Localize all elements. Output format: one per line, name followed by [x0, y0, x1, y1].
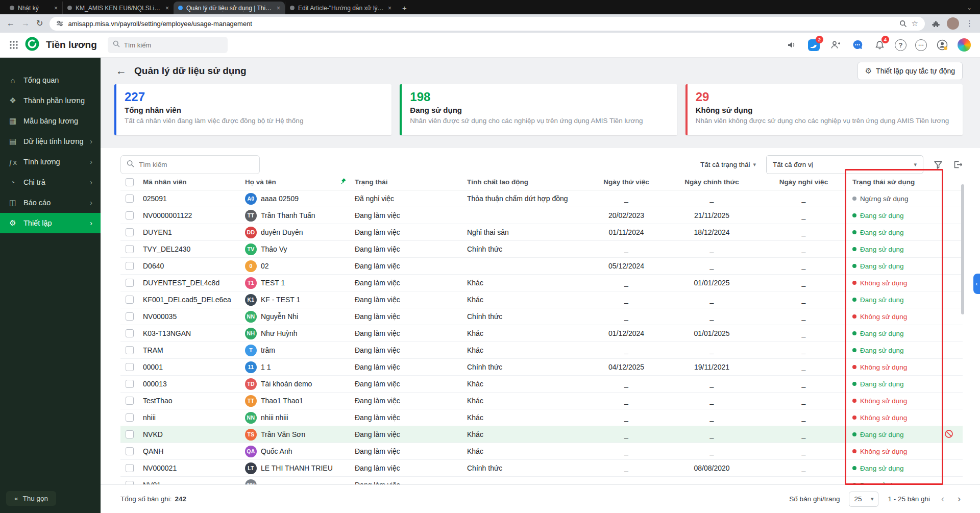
column-header[interactable]: Mã nhân viên	[139, 178, 241, 186]
global-search-input[interactable]	[124, 41, 223, 49]
table-row[interactable]: DUYENTEST_DEL4c8dT1TEST 1Đang làm việcKh…	[120, 275, 963, 291]
pin-icon[interactable]	[339, 178, 347, 186]
ban-icon[interactable]	[944, 432, 953, 440]
bell-icon[interactable]: 4	[873, 38, 886, 52]
table-row[interactable]: NV0000001122TTTrần Thanh TuấnĐang làm vi…	[120, 207, 963, 224]
row-checkbox[interactable]	[126, 397, 134, 405]
table-row[interactable]: NV000021LTLE THI THANH TRIEUĐang làm việ…	[120, 460, 963, 477]
row-checkbox[interactable]	[126, 346, 134, 354]
sidebar-item-pay[interactable]: ◔Chi trả›	[0, 172, 101, 192]
row-checkbox[interactable]	[126, 194, 134, 203]
ava-assistant-icon[interactable]	[958, 38, 971, 52]
url-input[interactable]	[68, 20, 894, 28]
sidebar-item-report[interactable]: ◫Báo cáo›	[0, 192, 101, 213]
more-icon[interactable]: ⋯	[915, 39, 927, 51]
back-icon[interactable]: ←	[7, 19, 15, 28]
auto-rule-settings-button[interactable]: ⚙ Thiết lập quy tắc tự động	[857, 62, 963, 80]
expand-panel-tab[interactable]: ‹	[973, 274, 980, 294]
table-row[interactable]: QANHQAQuốc AnhĐang làm việcKhác___Không …	[120, 443, 963, 460]
row-checkbox[interactable]	[126, 312, 134, 321]
sidebar-item-template[interactable]: ▦Mẫu bảng lương	[0, 111, 101, 131]
row-checkbox[interactable]	[126, 296, 134, 304]
table-row[interactable]: TestThaoTTThao1 Thao1Đang làm việcKhác__…	[120, 393, 963, 409]
table-search-input[interactable]	[139, 161, 254, 168]
tab-close-icon[interactable]: ×	[277, 5, 280, 12]
table-row[interactable]: NV01NVĐang làm việcĐang sử dụng	[120, 477, 963, 484]
sidebar-collapse-button[interactable]: « Thu gọn	[6, 491, 56, 506]
bookmark-star-icon[interactable]: ☆	[912, 19, 918, 28]
megaphone-icon[interactable]	[785, 38, 798, 52]
table-row[interactable]: nhiiiNNnhiii nhiiiĐang làm việcKhác___Kh…	[120, 409, 963, 426]
browser-profile-avatar[interactable]	[947, 17, 959, 30]
app-launcher-icon[interactable]	[9, 40, 18, 50]
table-search[interactable]	[120, 155, 260, 174]
row-checkbox[interactable]	[126, 481, 134, 484]
forward-icon[interactable]: →	[21, 19, 30, 28]
table-row[interactable]: 00001111 1Đang làm việcChính thức04/12/2…	[120, 359, 963, 376]
filter-funnel-icon[interactable]	[934, 160, 943, 169]
table-row[interactable]: K03-T13NGANNHNhư HuỳnhĐang làm việcKhác0…	[120, 325, 963, 342]
row-checkbox[interactable]	[126, 279, 134, 287]
help-icon[interactable]: ?	[895, 39, 906, 51]
global-search[interactable]	[108, 37, 228, 53]
new-tab-button[interactable]: +	[396, 4, 413, 14]
zoom-icon[interactable]	[899, 20, 907, 28]
column-header[interactable]: Trạng thái sử dụng	[848, 178, 940, 186]
status-filter-dropdown[interactable]: Tất cả trạng thái ▾	[700, 161, 756, 168]
table-row[interactable]: D0640002Đang làm việc05/12/2024__Đang sử…	[120, 258, 963, 275]
browser-tab[interactable]: Nhật ký×	[5, 2, 62, 14]
browser-tab[interactable]: Quản lý dữ liệu sử dụng | Thiết...×	[174, 2, 285, 14]
row-checkbox[interactable]	[126, 228, 134, 236]
column-header[interactable]: Tính chất lao động	[463, 178, 588, 186]
add-user-icon[interactable]	[829, 38, 842, 52]
per-page-dropdown[interactable]: 25 ▾	[849, 492, 878, 507]
table-row[interactable]: 025091A0aaaa 02509Đã nghỉ việcThỏa thuận…	[120, 190, 963, 207]
tab-close-icon[interactable]: ×	[54, 5, 58, 12]
chat-icon[interactable]	[851, 38, 864, 52]
row-checkbox[interactable]	[126, 413, 134, 422]
next-page-icon[interactable]: ›	[955, 494, 963, 504]
prev-page-icon[interactable]: ‹	[939, 494, 946, 504]
column-header[interactable]: Ngày chính thức	[665, 178, 759, 186]
bird-app-icon[interactable]: 2	[807, 38, 820, 52]
account-badge-icon[interactable]	[936, 38, 949, 52]
table-row[interactable]: TVY_DEL2430TVThảo VyĐang làm việcChính t…	[120, 241, 963, 258]
column-header[interactable]: Ngày thử việc	[588, 178, 665, 186]
row-checkbox[interactable]	[126, 430, 134, 438]
table-scrollbar-thumb[interactable]	[961, 184, 964, 314]
row-checkbox[interactable]	[126, 245, 134, 253]
select-all-checkbox[interactable]	[126, 178, 134, 186]
sidebar-item-settings[interactable]: ⚙Thiết lập›	[0, 213, 101, 233]
table-row[interactable]: KF001_DELcad5_DELe6eaK1KF - TEST 1Đang l…	[120, 291, 963, 308]
row-checkbox[interactable]	[126, 262, 134, 270]
export-icon[interactable]	[953, 160, 963, 169]
row-checkbox[interactable]	[126, 380, 134, 388]
back-button[interactable]: ←	[116, 65, 127, 77]
site-settings-icon[interactable]	[56, 20, 63, 27]
omnibox[interactable]: ☆	[50, 17, 925, 31]
table-row[interactable]: NV000035NNNguyễn NhiĐang làm việcChính t…	[120, 308, 963, 325]
table-row[interactable]: TRAMTtrâmĐang làm việcKhác___Đang sử dụn…	[120, 342, 963, 359]
tab-search-icon[interactable]: ⌄	[959, 4, 980, 14]
unit-filter-dropdown[interactable]: Tất cả đơn vị ▾	[766, 155, 923, 174]
extensions-icon[interactable]	[932, 19, 940, 28]
sidebar-item-home[interactable]: ⌂Tổng quan	[0, 70, 101, 90]
table-row[interactable]: DUYEN1DDduyên DuyênĐang làm việcNghỉ tha…	[120, 224, 963, 241]
browser-tab[interactable]: KM_AMIS KEN EU6/NQLSLiwU...×	[62, 2, 174, 14]
table-row[interactable]: NVKDTSTrần Văn SơnĐang làm việcKhác___Đa…	[120, 426, 963, 443]
row-checkbox[interactable]	[126, 329, 134, 337]
column-header[interactable]: Họ và tên	[241, 178, 351, 186]
sidebar-item-component[interactable]: ❖Thành phần lương	[0, 90, 101, 111]
browser-menu-icon[interactable]: ⋮	[966, 19, 973, 28]
reload-icon[interactable]: ↻	[36, 19, 43, 28]
row-checkbox[interactable]	[126, 464, 134, 472]
row-checkbox[interactable]	[126, 363, 134, 371]
tab-close-icon[interactable]: ×	[388, 5, 391, 12]
browser-tab[interactable]: Edit Article-"Hướng dẫn xử lý..."×	[285, 2, 396, 14]
table-row[interactable]: 000013TDTài khoản demoĐang làm việcKhác_…	[120, 376, 963, 393]
row-checkbox[interactable]	[126, 211, 134, 219]
row-checkbox[interactable]	[126, 447, 134, 455]
sidebar-item-data[interactable]: ▤Dữ liệu tính lương›	[0, 131, 101, 152]
sidebar-item-fx[interactable]: ƒxTính lương›	[0, 152, 101, 172]
tab-close-icon[interactable]: ×	[165, 5, 169, 12]
